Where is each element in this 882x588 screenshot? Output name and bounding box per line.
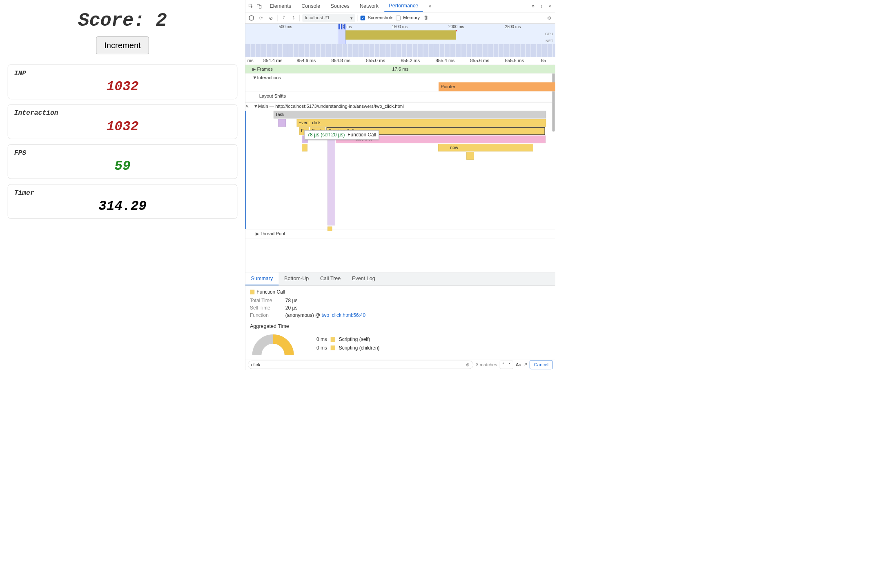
metric-label: Timer (14, 189, 231, 197)
tab-elements[interactable]: Elements (265, 0, 296, 12)
regex-toggle[interactable]: .* (524, 362, 527, 367)
tab-call-tree[interactable]: Call Tree (314, 272, 346, 285)
overview-ruler: 500 ms 0 ms 1500 ms 2000 ms 2500 ms (245, 24, 555, 30)
flame-chart-area[interactable]: ▶Frames 17.6 ms ▼Interactions Pointer La… (245, 65, 555, 272)
track-frames[interactable]: ▶Frames 17.6 ms (245, 65, 555, 74)
summary-key: Function (250, 312, 281, 318)
flame-graph[interactable]: Task Event: click F… B… ks Function Call… (245, 111, 555, 229)
page-left-pane: Score: 2 Increment INP 1032 Interaction … (0, 0, 245, 370)
next-match-icon[interactable]: ˅ (506, 361, 513, 369)
ruler-tick: 855.2 ms (401, 58, 420, 63)
aggregated-rows: 0 msScripting (self) 0 msScripting (chil… (312, 337, 379, 351)
search-input[interactable] (251, 362, 466, 367)
tab-bottom-up[interactable]: Bottom-Up (278, 272, 314, 285)
summary-key: Total Time (250, 298, 281, 304)
color-chip-icon (331, 345, 335, 350)
tab-summary[interactable]: Summary (245, 272, 279, 285)
interaction-pointer-bar[interactable]: Pointer (439, 82, 555, 91)
flame-bar[interactable] (302, 144, 307, 151)
tabs-overflow[interactable]: » (424, 0, 436, 12)
source-link[interactable]: two_click.html:56:40 (321, 312, 365, 318)
score-label: Score: (78, 10, 145, 31)
case-sensitive-toggle[interactable]: Aa (516, 362, 521, 367)
kebab-menu-icon[interactable]: ⋮ (538, 2, 545, 10)
cpu-label: CPU (545, 31, 553, 36)
disclosure-down-icon[interactable]: ▼ (254, 104, 257, 109)
track-thread-pool[interactable]: ▶ Thread Pool (245, 229, 555, 238)
summary-tabs: Summary Bottom-Up Call Tree Event Log (245, 272, 555, 285)
track-layout-shifts[interactable]: Layout Shifts (245, 91, 555, 102)
tab-event-log[interactable]: Event Log (346, 272, 381, 285)
metric-card-inp: INP 1032 (8, 65, 237, 99)
ruler-tick: 500 ms (278, 24, 292, 29)
record-button[interactable] (248, 14, 255, 22)
session-label: localhost #1 (305, 15, 330, 20)
reload-icon[interactable]: ⟳ (258, 14, 265, 22)
edit-icon[interactable]: ✎ (245, 104, 252, 109)
metric-value: 1032 (14, 119, 231, 134)
prev-match-icon[interactable]: ˄ (500, 361, 507, 369)
device-toggle-icon[interactable] (256, 2, 263, 10)
close-icon[interactable]: ✕ (546, 2, 553, 10)
summary-value: 20 µs (285, 305, 298, 311)
track-label: Thread Pool (260, 231, 285, 236)
perf-gear-icon[interactable]: ⚙ (546, 14, 553, 22)
cancel-button[interactable]: Cancel (530, 360, 553, 369)
clear-icon[interactable]: ⊘ (267, 14, 275, 22)
flame-bar-event-click[interactable]: Event: click (297, 119, 546, 127)
disclosure-right-icon[interactable]: ▶ (252, 66, 256, 72)
disclosure-down-icon[interactable]: ▼ (252, 75, 256, 80)
metric-label: Interaction (14, 109, 231, 117)
flame-stack[interactable] (327, 136, 335, 225)
ruler-tick: 2000 ms (448, 24, 464, 29)
flame-tooltip: 78 µs (self 20 µs) Function Call (304, 130, 379, 140)
clear-search-icon[interactable]: ⊗ (466, 362, 470, 368)
track-label: Interactions (257, 75, 281, 80)
chevron-down-icon: ▾ (350, 15, 353, 21)
flame-bar-task[interactable]: Task (274, 111, 546, 118)
tab-console[interactable]: Console (297, 0, 325, 12)
overview-screenshots-strip (245, 44, 555, 57)
screenshots-label: Screenshots (368, 15, 393, 20)
search-nav: ˄ ˅ (500, 361, 513, 369)
tab-network[interactable]: Network (355, 0, 383, 12)
tab-sources[interactable]: Sources (326, 0, 354, 12)
svg-rect-2 (259, 5, 261, 8)
color-chip-icon (250, 290, 254, 294)
ruler-tick: 855.4 ms (436, 58, 455, 63)
disclosure-right-icon[interactable]: ▶ (256, 231, 259, 236)
track-interactions[interactable]: ▼Interactions Pointer (245, 74, 555, 91)
devtools-tabbar: Elements Console Sources Network Perform… (245, 0, 555, 12)
flame-bar[interactable] (327, 227, 332, 231)
tab-performance[interactable]: Performance (384, 0, 423, 12)
increment-button[interactable]: Increment (96, 36, 149, 54)
summary-value: 78 µs (285, 298, 298, 304)
gear-icon[interactable]: ⚙ (530, 2, 537, 10)
metric-card-interaction: Interaction 1032 (8, 105, 237, 139)
ruler-tick: 854.6 ms (297, 58, 316, 63)
search-bar: ⊗ 3 matches ˄ ˅ Aa .* Cancel (245, 359, 555, 370)
aggregated-time-heading: Aggregated Time (250, 323, 551, 329)
download-icon[interactable]: ⤵ (290, 14, 297, 22)
upload-icon[interactable]: ⤴ (280, 14, 287, 22)
memory-checkbox[interactable] (396, 16, 401, 20)
inspect-icon[interactable] (247, 2, 255, 10)
search-input-wrap: ⊗ (248, 361, 473, 369)
long-task-marker-icon (456, 30, 457, 32)
perf-overview[interactable]: 500 ms 0 ms 1500 ms 2000 ms 2500 ms CPU … (245, 24, 555, 57)
score-heading: Score: 2 (5, 10, 240, 31)
flame-bar[interactable] (466, 152, 474, 160)
ruler-tick: 854.8 ms (332, 58, 351, 63)
tooltip-name: Function Call (347, 132, 376, 138)
trash-icon[interactable]: 🗑 (423, 14, 430, 22)
session-select[interactable]: localhost #1 ▾ (302, 14, 355, 22)
flame-bar-now[interactable]: now (438, 144, 533, 151)
metric-value: 314.29 (14, 199, 231, 214)
ruler-tick: 854.4 ms (263, 58, 283, 63)
flame-bar[interactable] (278, 119, 286, 127)
screenshots-checkbox[interactable]: ✓ (361, 16, 365, 20)
track-main[interactable]: ✎ ▼ Main — http://localhost:5173/underst… (245, 102, 555, 238)
donut-chart (250, 332, 296, 355)
summary-title: Function Call (250, 289, 551, 295)
overview-cpu-bar (345, 30, 456, 40)
